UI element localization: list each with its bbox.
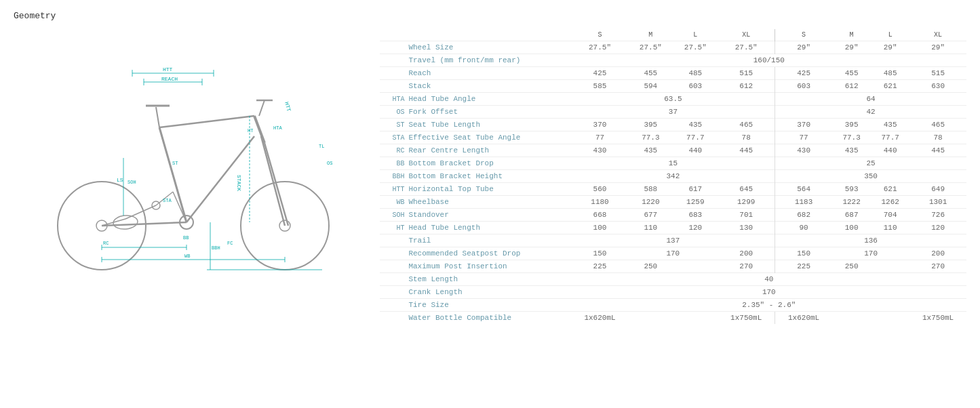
cell-value <box>673 312 718 325</box>
col-header-xl2: XL <box>909 29 966 41</box>
row-label: Bottom Bracket Drop <box>407 157 571 170</box>
cell-value: 588 <box>628 183 673 196</box>
cell-value: 515 <box>718 67 775 80</box>
cell-value: 649 <box>909 183 966 196</box>
cell-value: 1259 <box>673 196 718 209</box>
cell-value: 603 <box>775 80 832 93</box>
svg-text:STA: STA <box>163 198 172 203</box>
row-abbr: BBH <box>380 170 407 183</box>
svg-text:FC: FC <box>227 241 233 246</box>
table-row: BBBottom Bracket Drop1525 <box>380 157 966 170</box>
cell-value: 687 <box>832 209 871 222</box>
cell-value: 77 <box>775 131 832 144</box>
svg-text:LS: LS <box>117 177 123 183</box>
cell-value: 27.5" <box>628 41 673 54</box>
row-abbr: SOH <box>380 209 407 222</box>
row-label: Maximum Post Insertion <box>407 260 571 273</box>
cell-value <box>871 260 909 273</box>
cell-value: 445 <box>909 144 966 157</box>
cell-span29: 136 <box>775 234 966 247</box>
cell-value: 29" <box>832 41 871 54</box>
cell-value: 27.5" <box>718 41 775 54</box>
table-row: Crank Length170 <box>380 286 966 299</box>
row-label: Wheelbase <box>407 196 571 209</box>
cell-span29: 25 <box>775 157 966 170</box>
svg-text:OS: OS <box>327 161 332 166</box>
cell-span27: 63.5 <box>572 93 775 106</box>
row-label: Standover <box>407 209 571 222</box>
cell-value: 425 <box>775 67 832 80</box>
table-row: HTAHead Tube Angle63.564 <box>380 93 966 106</box>
cell-value: 1x620mL <box>775 312 832 325</box>
cell-value: 225 <box>572 260 629 273</box>
cell-value: 200 <box>909 247 966 260</box>
cell-value: 435 <box>673 119 718 131</box>
svg-text:HT: HT <box>248 128 253 134</box>
svg-text:HTA: HTA <box>273 125 282 131</box>
row-abbr <box>380 54 407 67</box>
row-abbr: RC <box>380 144 407 157</box>
cell-value: 77.3 <box>832 131 871 144</box>
cell-value: 621 <box>871 80 909 93</box>
cell-value: 430 <box>775 144 832 157</box>
svg-text:SOH: SOH <box>128 180 136 185</box>
cell-value: 1222 <box>832 196 871 209</box>
row-label: Seat Tube Length <box>407 119 571 131</box>
cell-span: 160/150 <box>572 54 966 67</box>
cell-span27: 137 <box>572 234 775 247</box>
cell-value <box>673 260 718 273</box>
cell-value: 1301 <box>909 196 966 209</box>
cell-value: 560 <box>572 183 629 196</box>
svg-text:BBH: BBH <box>212 245 220 251</box>
row-abbr <box>380 286 407 299</box>
cell-value: 425 <box>572 67 629 80</box>
cell-value: 1x620mL <box>572 312 629 325</box>
cell-value: 78 <box>909 131 966 144</box>
cell-value: 612 <box>832 80 871 93</box>
cell-value: 564 <box>775 183 832 196</box>
row-abbr <box>380 273 407 286</box>
cell-value: 100 <box>572 222 629 234</box>
cell-span: 40 <box>572 273 966 286</box>
cell-value: 683 <box>673 209 718 222</box>
cell-value: 430 <box>572 144 629 157</box>
row-label: Water Bottle Compatible <box>407 312 571 325</box>
cell-value: 585 <box>572 80 629 93</box>
cell-value: 150 <box>775 247 832 260</box>
cell-value: 78 <box>718 131 775 144</box>
table-row: BBHBottom Bracket Height342350 <box>380 170 966 183</box>
row-abbr <box>380 247 407 260</box>
table-row: Recommended Seatpost Drop150170200150170… <box>380 247 966 260</box>
cell-value: 150 <box>572 247 629 260</box>
cell-span27: 15 <box>572 157 775 170</box>
cell-value: 465 <box>718 119 775 131</box>
row-label: Trail <box>407 234 571 247</box>
cell-value <box>832 312 871 325</box>
table-row: RCRear Centre Length43043544044543043544… <box>380 144 966 157</box>
cell-value: 726 <box>909 209 966 222</box>
table-row: OSFork Offset3742 <box>380 106 966 119</box>
table-row: Maximum Post Insertion225250270225250270 <box>380 260 966 273</box>
svg-text:STACK: STACK <box>236 175 242 191</box>
table-row: Stem Length40 <box>380 273 966 286</box>
row-abbr: STA <box>380 131 407 144</box>
cell-value: 90 <box>775 222 832 234</box>
cell-value: 435 <box>871 119 909 131</box>
cell-value: 270 <box>909 260 966 273</box>
row-abbr: HT <box>380 222 407 234</box>
table-row: Stack585594603612603612621630 <box>380 80 966 93</box>
cell-span27: 342 <box>572 170 775 183</box>
cell-value: 170 <box>628 247 718 260</box>
cell-span: 2.35" - 2.6" <box>572 299 966 312</box>
col-header-s2: S <box>775 29 832 41</box>
col-header-m1: M <box>628 29 673 41</box>
row-abbr <box>380 67 407 80</box>
cell-value: 110 <box>628 222 673 234</box>
table-row: WBWheelbase11801220125912991183122212621… <box>380 196 966 209</box>
col-header-s1: S <box>572 29 629 41</box>
col-header-m2: M <box>832 29 871 41</box>
cell-value: 603 <box>673 80 718 93</box>
cell-value: 77.7 <box>673 131 718 144</box>
cell-value: 370 <box>572 119 629 131</box>
row-label: Stack <box>407 80 571 93</box>
